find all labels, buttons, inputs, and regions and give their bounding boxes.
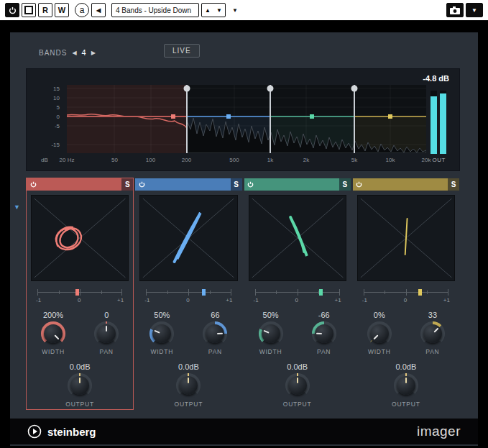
band1-pan-knob[interactable] bbox=[94, 321, 119, 346]
band3-pan-label: PAN bbox=[298, 348, 351, 355]
band-panel-4[interactable]: S -1 0 +1 bbox=[352, 178, 460, 410]
band2-pan-knob[interactable] bbox=[203, 321, 227, 346]
live-mode-button[interactable]: LIVE bbox=[164, 44, 200, 58]
band4-output-knob[interactable] bbox=[394, 373, 418, 398]
band1-pan-value: 0 bbox=[80, 311, 133, 319]
freq-tick: 100 bbox=[146, 157, 155, 163]
product-logo: imager bbox=[417, 424, 461, 439]
band-panel-2[interactable]: S -1 0 +1 bbox=[134, 178, 242, 410]
band2-meter-scale: -1 0 +1 bbox=[144, 297, 232, 303]
band4-solo-button[interactable]: S bbox=[448, 178, 459, 191]
scale-min: -1 bbox=[36, 297, 41, 303]
scale-mid: 0 bbox=[78, 297, 80, 303]
band3-vectorscope bbox=[249, 195, 346, 281]
band1-solo-button[interactable]: S bbox=[121, 178, 133, 191]
preset-dropdown-button[interactable]: ▼ bbox=[228, 3, 242, 17]
bands-count: 4 bbox=[82, 48, 86, 57]
spectrum-graph bbox=[67, 85, 426, 153]
band1-power-button[interactable] bbox=[27, 178, 40, 191]
freq-tick: 500 bbox=[229, 157, 239, 163]
band4-marker[interactable] bbox=[388, 114, 392, 119]
band4-balance-meter bbox=[364, 288, 448, 296]
out-label: OUT bbox=[433, 157, 446, 163]
freq-tick: 2k bbox=[303, 157, 309, 163]
crossover-1-handle[interactable] bbox=[184, 86, 190, 92]
band-detail-expander[interactable]: ▼ bbox=[14, 204, 20, 211]
frequency-axis: 20 Hz 50 100 200 500 1k 2k 5k 10k 20k bbox=[67, 157, 426, 165]
out-meter-right bbox=[440, 91, 446, 154]
band1-pan-label: PAN bbox=[80, 348, 133, 355]
band3-header[interactable]: S bbox=[244, 178, 351, 191]
band3-marker[interactable] bbox=[310, 114, 314, 119]
freq-tick: 5k bbox=[351, 157, 357, 163]
output-level-readout: -4.8 dB bbox=[423, 74, 449, 83]
ab-label: a bbox=[80, 5, 85, 15]
switch-ab-button[interactable]: a bbox=[75, 3, 89, 17]
band2-marker[interactable] bbox=[226, 114, 231, 119]
band2-width-knob[interactable] bbox=[149, 321, 174, 346]
band1-width-knob[interactable] bbox=[41, 321, 65, 346]
band-panel-3[interactable]: S -1 0 +1 bbox=[244, 178, 351, 410]
band3-width-knob[interactable] bbox=[259, 321, 283, 346]
band2-power-button[interactable] bbox=[135, 178, 148, 191]
db-tick: 0 bbox=[57, 114, 60, 120]
band-panels: S -1 0 +1 bbox=[26, 178, 460, 410]
preset-selector[interactable]: 4 Bands - Upside Down bbox=[111, 3, 199, 17]
band3-solo-button[interactable]: S bbox=[339, 178, 351, 191]
band1-balance-meter bbox=[37, 288, 122, 296]
freq-tick: 1k bbox=[267, 157, 273, 163]
scale-mid: 0 bbox=[186, 297, 189, 303]
bands-decrement-button[interactable]: ◀ bbox=[72, 50, 76, 56]
snapshot-button[interactable] bbox=[446, 3, 464, 17]
preset-down-button[interactable]: ▼ bbox=[213, 7, 225, 14]
db-tick: 10 bbox=[53, 95, 60, 101]
bypass-power-button[interactable] bbox=[5, 3, 19, 17]
camera-icon bbox=[450, 6, 460, 14]
band2-output-value: 0.0dB bbox=[135, 362, 241, 371]
square-icon bbox=[24, 6, 33, 14]
scale-mid: 0 bbox=[295, 297, 298, 303]
crossover-2-handle[interactable] bbox=[267, 86, 274, 92]
steinberg-brand: steinberg bbox=[27, 424, 96, 439]
db-tick: -15 bbox=[51, 142, 60, 148]
band3-pan-knob[interactable] bbox=[312, 321, 336, 346]
plugin-menu-button[interactable]: ▼ bbox=[466, 3, 483, 17]
band2-output-label: OUTPUT bbox=[135, 401, 241, 408]
band1-output-knob[interactable] bbox=[68, 373, 92, 398]
crossover-3-handle[interactable] bbox=[351, 86, 358, 92]
out-meter-left-fill bbox=[431, 96, 437, 154]
balance-marker bbox=[75, 289, 79, 296]
band2-solo-button[interactable]: S bbox=[231, 178, 242, 191]
db-axis: 15 10 5 0 -5 -15 bbox=[38, 85, 60, 153]
band3-output-knob[interactable] bbox=[285, 373, 310, 398]
band4-width-knob[interactable] bbox=[367, 321, 392, 346]
bands-increment-button[interactable]: ▶ bbox=[91, 50, 96, 56]
band4-power-button[interactable] bbox=[353, 178, 366, 191]
freq-tick: 20 Hz bbox=[60, 157, 75, 163]
band1-meter-scale: -1 0 +1 bbox=[36, 297, 124, 303]
band4-pan-knob[interactable] bbox=[420, 321, 445, 346]
band4-header[interactable]: S bbox=[353, 178, 459, 191]
power-icon bbox=[356, 181, 362, 188]
band4-meter-scale: -1 0 +1 bbox=[362, 297, 450, 303]
band2-pan-value: 66 bbox=[188, 311, 241, 319]
scale-max: +1 bbox=[335, 297, 341, 303]
insert-slot-button[interactable] bbox=[22, 3, 36, 17]
band3-power-button[interactable] bbox=[244, 178, 257, 191]
band2-output-knob[interactable] bbox=[176, 373, 201, 398]
balance-marker bbox=[202, 289, 206, 296]
band1-marker[interactable] bbox=[171, 114, 175, 119]
freq-tick: 200 bbox=[182, 157, 191, 163]
read-automation-button[interactable]: R bbox=[38, 3, 52, 17]
scale-min: -1 bbox=[362, 297, 367, 303]
band1-header[interactable]: S bbox=[27, 178, 133, 191]
preset-up-button[interactable]: ▲ bbox=[202, 7, 213, 14]
band4-vectorscope bbox=[357, 195, 455, 281]
read-label: R bbox=[42, 6, 48, 14]
scale-mid: 0 bbox=[404, 297, 407, 303]
band-panel-1[interactable]: S -1 0 +1 bbox=[26, 178, 134, 410]
write-automation-button[interactable]: W bbox=[55, 3, 69, 17]
band2-header[interactable]: S bbox=[135, 178, 241, 191]
band4-output-value: 0.0dB bbox=[353, 362, 459, 371]
copy-settings-button[interactable]: ◀ bbox=[91, 3, 106, 17]
